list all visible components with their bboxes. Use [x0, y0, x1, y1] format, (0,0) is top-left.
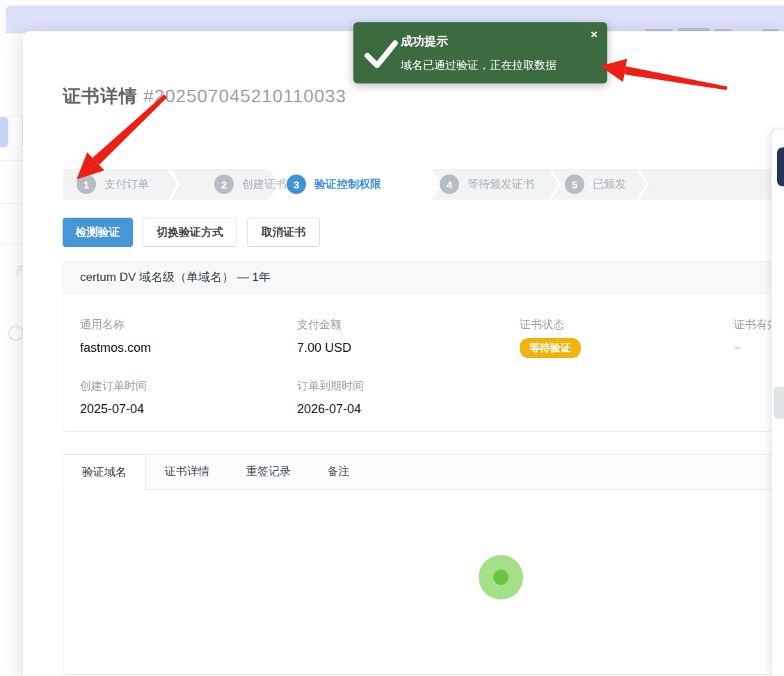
step-number: 5: [565, 175, 584, 194]
certificate-info-card: certum DV 域名级（单域名） — 1年 通用名称 fastmos.com…: [63, 261, 784, 432]
side-panel-scrollbar-fragment[interactable]: [774, 387, 784, 419]
step-number: 4: [440, 175, 459, 194]
step-label: 支付订单: [104, 177, 149, 192]
tab-reissue-records[interactable]: 重签记录: [228, 454, 309, 489]
close-icon[interactable]: ×: [591, 28, 598, 42]
success-toast: 成功提示 域名已通过验证，正在拉取数据 ×: [353, 22, 607, 83]
background-divider: [0, 203, 23, 204]
background-divider: [0, 243, 23, 244]
tab-content-panel: [63, 489, 784, 675]
step-number: 3: [287, 175, 306, 194]
loading-spinner-core: [493, 570, 509, 585]
created-label: 创建订单时间: [80, 379, 147, 394]
switch-validation-method-button[interactable]: 切换验证方式: [143, 218, 237, 247]
background-button-fragment: [0, 117, 8, 147]
side-panel-button-fragment[interactable]: [777, 147, 784, 186]
progress-stepper: 1 支付订单 2 创建证书 3 验证控制权限 4 等待颁发证书 5 已颁发: [63, 169, 784, 200]
background-search-icon: [8, 325, 24, 341]
page: 产 证书详情 #202507045210110033 1 支付订单 2 创建证书…: [0, 0, 784, 676]
step-number: 2: [214, 175, 234, 194]
step-label: 创建证书: [242, 177, 287, 192]
step-wait-issue: 4 等待颁发证书: [440, 169, 534, 200]
common-name-label: 通用名称: [80, 318, 125, 332]
step-create-cert: 2 创建证书: [214, 169, 287, 200]
loading-spinner-icon: [479, 555, 523, 599]
check-validation-button[interactable]: 检测验证: [63, 218, 133, 247]
validity-value: ~: [734, 341, 742, 355]
chevron-separator-icon: [550, 169, 562, 200]
chevron-separator-icon: [168, 169, 181, 200]
modal-title-text: 证书详情: [63, 86, 138, 106]
step-number: 1: [77, 175, 96, 194]
step-pay-order: 1 支付订单: [77, 169, 149, 200]
toast-message: 域名已通过验证，正在拉取数据: [401, 58, 557, 73]
tab-remarks[interactable]: 备注: [309, 454, 368, 489]
check-icon: [363, 38, 399, 71]
expires-value: 2026-07-04: [297, 402, 361, 417]
modal-title: 证书详情 #202507045210110033: [63, 84, 346, 108]
common-name-value: fastmos.com: [80, 341, 151, 355]
step-issued: 5 已颁发: [565, 169, 626, 200]
tab-verify-domain[interactable]: 验证域名: [63, 454, 146, 490]
amount-label: 支付金额: [297, 318, 342, 332]
status-badge: 等待验证: [520, 338, 581, 358]
step-label: 验证控制权限: [314, 177, 381, 192]
amount-value: 7.00 USD: [297, 341, 351, 355]
step-label: 等待颁发证书: [467, 177, 534, 192]
order-number: #202507045210110033: [143, 86, 346, 106]
background-button-fragment: [10, 115, 23, 147]
step-verify-control: 3 验证控制权限: [287, 169, 381, 200]
created-value: 2025-07-04: [80, 402, 144, 417]
background-divider: [0, 160, 23, 161]
tab-cert-details[interactable]: 证书详情: [146, 454, 228, 489]
cancel-certificate-button[interactable]: 取消证书: [247, 218, 320, 247]
chevron-separator-icon: [637, 169, 650, 200]
expires-label: 订单到期时间: [297, 379, 364, 394]
step-label: 已颁发: [593, 177, 626, 192]
product-title: certum DV 域名级（单域名） — 1年: [63, 261, 784, 293]
certificate-detail-modal: 证书详情 #202507045210110033 1 支付订单 2 创建证书 3…: [23, 31, 784, 676]
toast-title: 成功提示: [401, 33, 448, 49]
status-label: 证书状态: [520, 318, 564, 332]
